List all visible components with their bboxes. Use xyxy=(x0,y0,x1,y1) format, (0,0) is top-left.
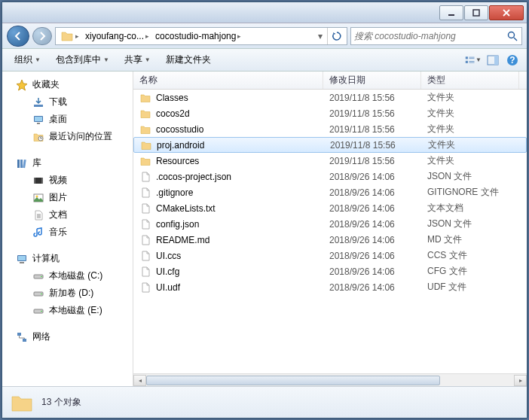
breadcrumb-segment[interactable]: cocostudio-mahjong▸ xyxy=(152,28,244,44)
explorer-window: ▸ xiyoufang-co...▸ cocostudio-mahjong▸ ▾… xyxy=(2,2,527,418)
view-options-button[interactable]: ▼ xyxy=(465,52,482,68)
nav-libraries[interactable]: 库 xyxy=(2,154,133,172)
file-row[interactable]: UI.cfg2018/9/26 14:06CFG 文件 xyxy=(133,263,527,279)
file-date: 2019/11/8 15:56 xyxy=(329,124,395,135)
file-icon xyxy=(139,202,151,215)
file-type: MD 文件 xyxy=(427,233,462,246)
navigation-pane[interactable]: 收藏夹 下载 桌面 最近访问的位置 库 视频 图片 文档 音乐 计算机 本地磁盘… xyxy=(2,72,133,386)
maximize-button[interactable] xyxy=(464,5,488,20)
svg-point-26 xyxy=(41,275,42,277)
file-row[interactable]: Resources2019/11/8 15:56文件夹 xyxy=(133,153,527,169)
scroll-track[interactable] xyxy=(146,375,514,386)
svg-rect-14 xyxy=(17,160,20,168)
file-row[interactable]: Classes2019/11/8 15:56文件夹 xyxy=(133,90,527,105)
svg-rect-24 xyxy=(20,262,24,263)
nav-disk-e[interactable]: 本地磁盘 (E:) xyxy=(2,302,133,319)
music-icon xyxy=(32,227,44,239)
column-label: 类型 xyxy=(427,74,445,87)
include-button[interactable]: 包含到库中▼ xyxy=(50,51,115,68)
nav-documents[interactable]: 文档 xyxy=(2,206,133,224)
preview-pane-button[interactable] xyxy=(485,52,501,68)
nav-network[interactable]: 网络 xyxy=(2,328,133,345)
nav-label: 收藏夹 xyxy=(32,78,60,91)
file-type: 文本文档 xyxy=(427,202,463,215)
title-bar[interactable] xyxy=(2,2,527,23)
nav-label: 下载 xyxy=(49,96,67,108)
search-box[interactable] xyxy=(350,27,522,45)
file-date: 2019/11/8 15:56 xyxy=(329,156,395,166)
breadcrumb-root[interactable]: ▸ xyxy=(57,28,82,44)
file-row[interactable]: .cocos-project.json2018/9/26 14:06JSON 文… xyxy=(133,169,527,184)
newfolder-button[interactable]: 新建文件夹 xyxy=(160,51,217,68)
file-type: 文件夹 xyxy=(427,154,454,167)
svg-point-30 xyxy=(41,310,42,312)
file-icon xyxy=(139,218,151,230)
breadcrumb-segment[interactable]: xiyoufang-co...▸ xyxy=(82,28,152,44)
scroll-thumb[interactable] xyxy=(146,376,440,385)
svg-text:?: ? xyxy=(509,55,515,65)
nav-recent[interactable]: 最近访问的位置 xyxy=(2,128,133,145)
file-row[interactable]: UI.udf2018/9/26 14:06UDF 文件 xyxy=(133,279,527,295)
file-date: 2019/11/8 15:56 xyxy=(329,108,395,119)
nav-label: 计算机 xyxy=(32,252,60,265)
help-button[interactable]: ? xyxy=(504,52,521,68)
nav-label: 图片 xyxy=(49,191,67,204)
file-name: .cocos-project.json xyxy=(156,172,231,182)
svg-rect-0 xyxy=(448,14,454,16)
file-row[interactable]: .gitignore2018/9/26 14:06GITIGNORE 文件 xyxy=(133,184,527,200)
file-row[interactable]: proj.android2019/11/8 15:56文件夹 xyxy=(133,137,527,153)
refresh-button[interactable] xyxy=(327,28,345,44)
minimize-button[interactable] xyxy=(439,5,463,20)
nav-label: 视频 xyxy=(49,174,67,187)
scroll-right-button[interactable]: ▸ xyxy=(514,375,527,386)
nav-favorites[interactable]: 收藏夹 xyxy=(2,76,133,93)
breadcrumb[interactable]: ▸ xiyoufang-co...▸ cocostudio-mahjong▸ ▾ xyxy=(55,27,347,45)
nav-disk-c[interactable]: 本地磁盘 (C:) xyxy=(2,267,133,285)
nav-music[interactable]: 音乐 xyxy=(2,224,133,241)
nav-desktop[interactable]: 桌面 xyxy=(2,111,133,128)
svg-rect-6 xyxy=(494,56,498,65)
nav-label: 本地磁盘 (C:) xyxy=(49,269,102,282)
svg-rect-1 xyxy=(473,10,479,16)
nav-computer[interactable]: 计算机 xyxy=(2,250,133,267)
history-dropdown[interactable]: ▾ xyxy=(313,31,327,41)
recent-icon xyxy=(32,131,44,143)
file-name: cocos2d xyxy=(156,108,190,119)
svg-rect-9 xyxy=(34,105,43,107)
search-icon[interactable] xyxy=(506,30,518,42)
forward-button[interactable] xyxy=(32,27,52,45)
file-row[interactable]: config.json2018/9/26 14:06JSON 文件 xyxy=(133,216,527,232)
file-type: 文件夹 xyxy=(428,138,455,151)
horizontal-scrollbar[interactable]: ◂ ▸ xyxy=(133,373,527,386)
nav-pictures[interactable]: 图片 xyxy=(2,189,133,206)
back-button[interactable] xyxy=(7,26,29,47)
svg-rect-32 xyxy=(23,339,26,342)
file-type: 文件夹 xyxy=(427,91,454,104)
file-row[interactable]: cocosstudio2019/11/8 15:56文件夹 xyxy=(133,121,527,137)
organize-button[interactable]: 组织▼ xyxy=(8,51,47,68)
file-row[interactable]: CMakeLists.txt2018/9/26 14:06文本文档 xyxy=(133,200,527,216)
nav-label: 网络 xyxy=(32,330,50,343)
nav-downloads[interactable]: 下载 xyxy=(2,93,133,111)
drive-icon xyxy=(32,288,44,300)
file-row[interactable]: README.md2018/9/26 14:06MD 文件 xyxy=(133,232,527,248)
scroll-left-button[interactable]: ◂ xyxy=(133,375,146,386)
close-button[interactable] xyxy=(489,5,524,20)
file-row[interactable]: UI.ccs2018/9/26 14:06CCS 文件 xyxy=(133,248,527,263)
share-button[interactable]: 共享▼ xyxy=(118,51,157,68)
column-type[interactable]: 类型 xyxy=(421,72,519,89)
file-list[interactable]: Classes2019/11/8 15:56文件夹cocos2d2019/11/… xyxy=(133,90,527,373)
svg-rect-4 xyxy=(466,60,468,62)
nav-disk-d[interactable]: 新加卷 (D:) xyxy=(2,285,133,302)
file-icon xyxy=(139,234,151,246)
column-date[interactable]: 修改日期 xyxy=(323,72,421,89)
file-date: 2018/9/26 14:06 xyxy=(329,235,395,245)
column-name[interactable]: 名称 xyxy=(133,72,323,89)
file-type: JSON 文件 xyxy=(427,218,472,230)
search-input[interactable] xyxy=(354,31,506,41)
desktop-icon xyxy=(32,114,44,126)
file-date: 2018/9/26 14:06 xyxy=(329,266,395,277)
nav-videos[interactable]: 视频 xyxy=(2,172,133,189)
breadcrumb-label: xiyoufang-co... xyxy=(85,31,144,41)
file-row[interactable]: cocos2d2019/11/8 15:56文件夹 xyxy=(133,105,527,121)
